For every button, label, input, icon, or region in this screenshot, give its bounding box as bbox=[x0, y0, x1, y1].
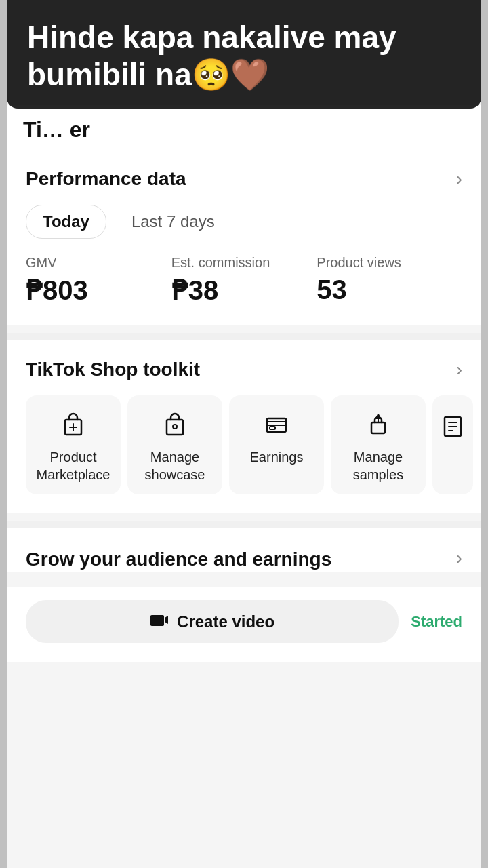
svg-rect-3 bbox=[167, 420, 183, 435]
header-partial: Ti… er bbox=[7, 105, 481, 153]
performance-card: Performance data › Today Last 7 days GMV… bbox=[7, 149, 481, 325]
stat-commission-value: ₱38 bbox=[171, 275, 317, 306]
performance-chevron-icon[interactable]: › bbox=[456, 168, 462, 190]
main-content: Performance data › Today Last 7 days GMV… bbox=[7, 149, 481, 868]
stat-gmv-label: GMV bbox=[26, 255, 171, 271]
stat-views-label: Product views bbox=[317, 255, 462, 271]
started-badge: Started bbox=[399, 613, 462, 631]
stats-row: GMV ₱803 Est. commission ₱38 Product vie… bbox=[26, 255, 462, 306]
earnings-icon bbox=[263, 410, 290, 441]
performance-title: Performance data bbox=[26, 168, 186, 190]
stat-gmv: GMV ₱803 bbox=[26, 255, 171, 306]
svg-rect-7 bbox=[270, 427, 275, 429]
header-title: Ti… er bbox=[23, 117, 90, 142]
tab-today[interactable]: Today bbox=[26, 205, 106, 239]
toolkit-item-product-marketplace[interactable]: Product Marketplace bbox=[26, 395, 121, 494]
camera-icon bbox=[150, 611, 169, 632]
product-marketplace-icon bbox=[60, 410, 87, 441]
stat-views-value: 53 bbox=[317, 275, 462, 305]
toolkit-item-manage-showcase[interactable]: Manage showcase bbox=[127, 395, 222, 494]
stat-gmv-value: ₱803 bbox=[26, 275, 171, 306]
svg-marker-15 bbox=[165, 616, 168, 624]
tab-last7days[interactable]: Last 7 days bbox=[115, 205, 232, 239]
caption-text: Hinde kapa nakalive may bumibili na🥺🤎 bbox=[27, 19, 461, 94]
toolkit-item-manage-samples[interactable]: Manage samples bbox=[331, 395, 426, 494]
grow-chevron-icon[interactable]: › bbox=[456, 547, 462, 569]
toolkit-label-product-marketplace: Product Marketplace bbox=[33, 448, 114, 484]
divider-2 bbox=[7, 521, 481, 528]
grow-title: Grow your audience and earnings bbox=[26, 547, 456, 572]
toolkit-item-earnings[interactable]: Earnings bbox=[229, 395, 324, 494]
svg-rect-8 bbox=[371, 422, 385, 433]
create-video-button[interactable]: Create video bbox=[26, 600, 399, 643]
toolkit-icons-row: Product Marketplace Manage showcase bbox=[26, 395, 462, 494]
toolkit-item-partial bbox=[432, 395, 473, 494]
grow-header: Grow your audience and earnings › bbox=[26, 547, 462, 572]
stat-views: Product views 53 bbox=[317, 255, 462, 306]
manage-showcase-icon bbox=[161, 410, 188, 441]
toolkit-title: TikTok Shop toolkit bbox=[26, 359, 200, 380]
create-video-area: Create video Started bbox=[7, 587, 481, 662]
toolkit-label-earnings: Earnings bbox=[250, 448, 304, 466]
toolkit-card-header: TikTok Shop toolkit › bbox=[26, 359, 462, 380]
stat-commission: Est. commission ₱38 bbox=[171, 255, 317, 306]
toolkit-card: TikTok Shop toolkit › Product Marketplac… bbox=[7, 340, 481, 513]
partial-icon bbox=[439, 410, 466, 441]
toolkit-chevron-icon[interactable]: › bbox=[456, 359, 462, 380]
stat-commission-label: Est. commission bbox=[171, 255, 317, 271]
create-video-label: Create video bbox=[177, 612, 274, 631]
toolkit-label-manage-samples: Manage samples bbox=[338, 448, 419, 484]
divider-1 bbox=[7, 333, 481, 340]
performance-card-header: Performance data › bbox=[26, 168, 462, 190]
grow-card: Grow your audience and earnings › bbox=[7, 528, 481, 572]
manage-samples-icon bbox=[365, 410, 392, 441]
toolkit-label-manage-showcase: Manage showcase bbox=[134, 448, 216, 484]
svg-rect-14 bbox=[150, 615, 164, 626]
svg-point-4 bbox=[173, 425, 177, 429]
caption-overlay: Hinde kapa nakalive may bumibili na🥺🤎 bbox=[7, 0, 481, 108]
tab-group: Today Last 7 days bbox=[26, 205, 462, 239]
svg-rect-6 bbox=[267, 422, 286, 425]
